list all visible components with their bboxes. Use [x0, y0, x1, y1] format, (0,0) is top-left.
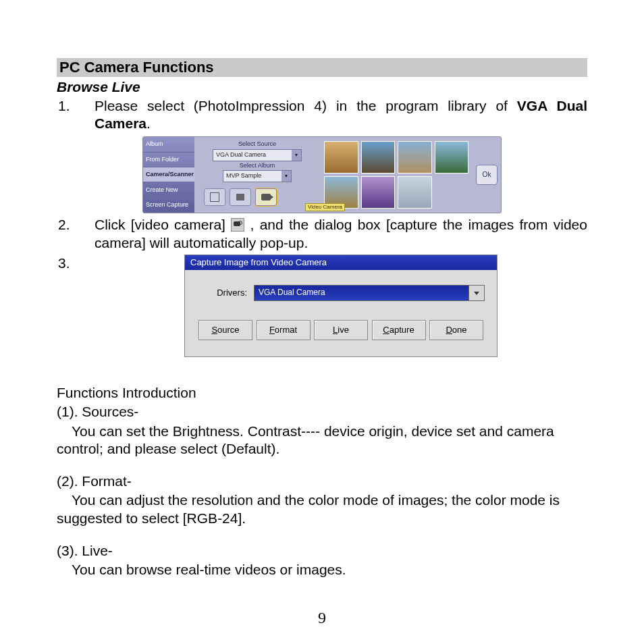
steps-list: 1. Please select (PhotoImpression 4) in …	[57, 97, 587, 357]
functions-title: Functions Introduction	[57, 384, 587, 402]
select-album-value: MVP Sample	[223, 172, 281, 180]
step-number: 1.	[57, 97, 95, 115]
func-item-head: (3). Live-	[57, 542, 587, 560]
video-camera-tooltip: Video Camera	[305, 203, 345, 211]
select-album-dropdown[interactable]: MVP Sample ▾	[223, 170, 292, 182]
drivers-value: VGA Dual Camera	[254, 285, 468, 301]
source-button[interactable]: Source	[198, 320, 252, 340]
dialog-title: Capture Image from Video Camera	[185, 255, 497, 270]
select-source-dropdown[interactable]: VGA Dual Camera ▾	[213, 149, 302, 161]
step-text: Click [video camera] , and the dialog bo…	[95, 216, 587, 252]
chevron-down-icon	[468, 285, 485, 301]
subsection-heading: Browse Live	[57, 78, 587, 96]
pi-tab-create-new[interactable]: Create New	[143, 182, 194, 197]
pi-tab-screen-capture[interactable]: Screen Capture	[143, 198, 194, 213]
pi-tab-from-folder[interactable]: From Folder	[143, 153, 194, 167]
pi-tab-album[interactable]: Album	[143, 137, 194, 152]
thumbnail[interactable]	[398, 141, 432, 173]
select-album-label: Select Album	[240, 162, 275, 169]
select-source-label: Select Source	[238, 140, 276, 148]
step2-pre: Click [video camera]	[95, 217, 231, 232]
func-item-head: (1). Sources-	[57, 403, 587, 421]
photoimpression-screenshot: Album From Folder Camera/Scanner Create …	[57, 136, 587, 213]
step1-post: .	[146, 115, 151, 131]
thumbnail[interactable]	[361, 141, 396, 173]
page-number: 9	[0, 608, 644, 628]
functions-section: Functions Introduction (1). Sources- You…	[57, 384, 587, 579]
video-camera-icon	[261, 194, 271, 200]
step1-pre: Please select (PhotoImpression 4) in the…	[95, 98, 517, 113]
chevron-down-icon: ▾	[292, 150, 301, 161]
func-item-body: You can set the Brightness. Contrast----…	[57, 423, 554, 456]
ok-button[interactable]: Ok	[476, 165, 498, 185]
thumbnail[interactable]	[435, 141, 469, 173]
thumbnail[interactable]	[398, 176, 432, 209]
func-item-head: (2). Format-	[57, 473, 587, 490]
thumbnail-empty	[435, 176, 469, 209]
pi-tab-camera-scanner[interactable]: Camera/Scanner	[143, 167, 194, 182]
pi-sidebar: Album From Folder Camera/Scanner Create …	[143, 137, 194, 213]
thumbnail-grid	[320, 137, 473, 213]
import-button[interactable]	[230, 188, 251, 206]
select-source-value: VGA Dual Camera	[213, 151, 292, 159]
drivers-dropdown[interactable]: VGA Dual Camera	[254, 285, 485, 301]
drivers-label: Drivers:	[197, 288, 254, 298]
capture-button[interactable]: Capture	[372, 320, 426, 340]
video-camera-button[interactable]	[255, 188, 277, 206]
func-item-body: You can browse real-time videos or image…	[72, 562, 346, 577]
video-camera-icon	[231, 218, 244, 232]
step-3: 3. Capture Image from Video Camera Drive…	[57, 254, 587, 357]
thumbnail[interactable]	[361, 176, 396, 209]
step-number: 2.	[57, 216, 95, 234]
thumbnail[interactable]	[324, 141, 358, 173]
step-1: 1. Please select (PhotoImpression 4) in …	[57, 97, 587, 133]
step-text: Please select (PhotoImpression 4) in the…	[95, 97, 587, 133]
section-heading: PC Camera Functions	[57, 58, 587, 77]
live-button[interactable]: Live	[314, 320, 368, 340]
done-button[interactable]: Done	[429, 320, 483, 340]
capture-dialog: Capture Image from Video Camera Drivers:…	[184, 254, 498, 357]
step-2: 2. Click [video camera] , and the dialog…	[57, 216, 587, 252]
func-item-body: You can adjust the resolution and the co…	[57, 492, 560, 525]
step-number: 3.	[57, 254, 95, 272]
acquire-button[interactable]	[204, 188, 225, 206]
pi-controls: Select Source VGA Dual Camera ▾ Select A…	[194, 137, 320, 213]
format-button[interactable]: Format	[257, 320, 311, 340]
chevron-down-icon: ▾	[281, 171, 291, 182]
